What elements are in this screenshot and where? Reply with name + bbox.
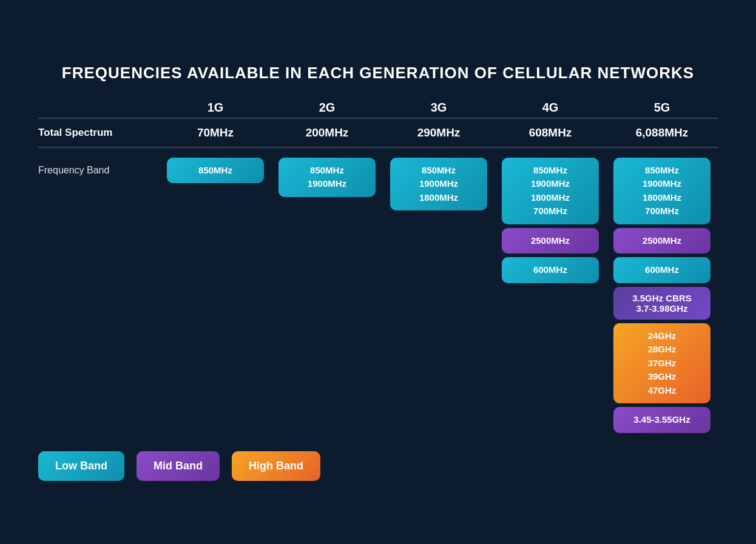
spectrum-2g: 200MHz <box>271 126 383 139</box>
legend: Low Band Mid Band High Band <box>38 451 718 481</box>
freq-col-1g: 850MHz <box>160 158 271 184</box>
band-5g-mmwave: 24GHz28GHz37GHz39GHz47GHz <box>613 323 710 404</box>
legend-high-band: High Band <box>232 451 320 481</box>
band-5g-345: 3.45-3.55GHz <box>613 407 710 433</box>
band-4g-low: 850MHz1900MHz1800MHz700MHz <box>502 158 599 224</box>
band-4g-2500: 2500MHz <box>502 228 599 254</box>
band-4g-600: 600MHz <box>502 257 599 283</box>
freq-col-3g: 850MHz1900MHz1800MHz <box>383 158 494 211</box>
band-1g-850: 850MHz <box>167 158 264 184</box>
freq-col-5g: 850MHz1900MHz1800MHz700MHz 2500MHz 600MH… <box>606 158 718 433</box>
band-5g-600: 600MHz <box>613 257 710 283</box>
spectrum-5g: 6,088MHz <box>606 126 718 139</box>
spectrum-1g: 70MHz <box>160 126 271 139</box>
band-3g-main: 850MHz1900MHz1800MHz <box>390 158 487 211</box>
spectrum-label: Total Spectrum <box>38 127 160 139</box>
header-divider <box>38 118 718 119</box>
legend-low-band: Low Band <box>38 451 124 481</box>
band-5g-cbrs: 3.5GHz CBRS3.7-3.98GHz <box>613 287 710 320</box>
frequency-band-label: Frequency Band <box>38 158 160 176</box>
spectrum-3g: 290MHz <box>383 126 494 139</box>
freq-col-4g: 850MHz1900MHz1800MHz700MHz 2500MHz 600MH… <box>494 158 606 283</box>
page-title: FREQUENCIES AVAILABLE IN EACH GENERATION… <box>38 64 718 82</box>
gen-header-5g: 5G <box>606 101 718 115</box>
band-5g-2500: 2500MHz <box>613 228 710 254</box>
legend-mid-band: Mid Band <box>137 451 220 481</box>
band-2g-main: 850MHz1900MHz <box>278 158 376 197</box>
band-5g-low: 850MHz1900MHz1800MHz700MHz <box>613 158 710 224</box>
main-container: FREQUENCIES AVAILABLE IN EACH GENERATION… <box>14 45 742 499</box>
spectrum-row: Total Spectrum 70MHz 200MHz 290MHz 608MH… <box>38 121 718 148</box>
gen-header-1g: 1G <box>160 101 271 115</box>
generation-header-row: 1G 2G 3G 4G 5G <box>38 101 718 115</box>
freq-col-2g: 850MHz1900MHz <box>271 158 383 197</box>
gen-header-2g: 2G <box>271 101 383 115</box>
frequency-table: 1G 2G 3G 4G 5G Total Spectrum 70MHz 200M… <box>38 101 718 433</box>
frequency-band-row: Frequency Band 850MHz 850MHz1900MHz 850M… <box>38 158 718 433</box>
gen-header-3g: 3G <box>383 101 494 115</box>
gen-header-empty <box>38 101 160 115</box>
gen-header-4g: 4G <box>494 101 606 115</box>
spectrum-4g: 608MHz <box>494 126 606 139</box>
